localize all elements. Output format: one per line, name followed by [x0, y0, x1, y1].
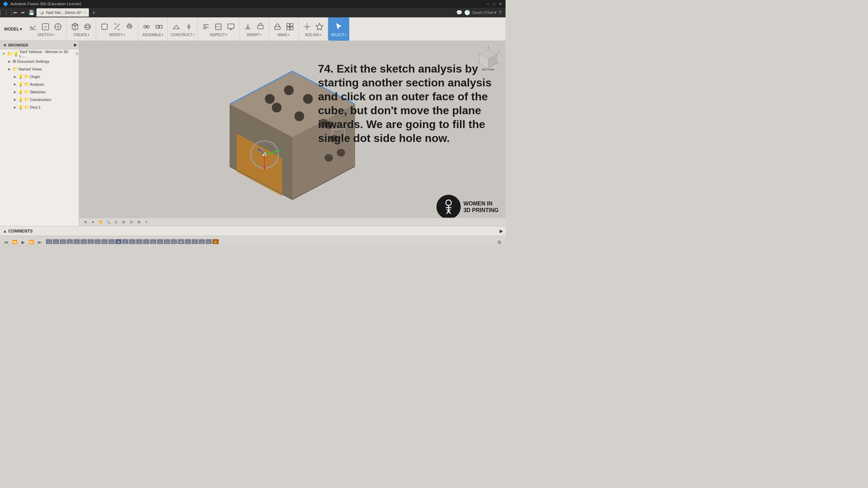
timeline-item-12[interactable]: △: [122, 239, 128, 244]
measure-icon[interactable]: [200, 21, 211, 32]
timeline-item-14[interactable]: □: [136, 239, 142, 244]
timeline-item-5[interactable]: □: [74, 239, 80, 244]
timeline-item-6[interactable]: □: [81, 239, 87, 244]
root-expand-icon[interactable]: ▼: [1, 51, 6, 56]
create-icon-2[interactable]: [82, 21, 93, 32]
tree-root-item[interactable]: ▼ 📁 💡 Yard Yahtzee - Women in 3D L... ⚙: [0, 50, 79, 58]
nav-icon-6[interactable]: ⊞: [120, 219, 127, 226]
timeline-play-button[interactable]: ▶: [19, 239, 26, 244]
active-tab[interactable]: 🎲 Yard Yah....Demo v5* ✕: [36, 8, 89, 17]
comments-expand-button[interactable]: ▶: [500, 229, 503, 234]
project-icon[interactable]: [52, 21, 64, 32]
section-icon[interactable]: [213, 21, 224, 32]
box-icon[interactable]: [69, 21, 81, 32]
timeline-item-7[interactable]: △: [87, 239, 94, 244]
nav-icon-9[interactable]: ≡: [143, 219, 150, 226]
timeline-item-1[interactable]: □: [46, 239, 52, 244]
nav-icon-2[interactable]: ●: [90, 219, 97, 226]
insert-icon[interactable]: [242, 21, 253, 32]
nav-icon-1[interactable]: ⊕: [82, 219, 89, 226]
modify-icon-3[interactable]: [124, 21, 135, 32]
tree-item-origin[interactable]: ▶ 💡 📁 Origin: [0, 73, 79, 81]
select-icon[interactable]: [333, 21, 344, 32]
close-button[interactable]: ✕: [498, 1, 503, 6]
history-button[interactable]: 🕐: [464, 10, 470, 15]
timeline-item-18[interactable]: □: [164, 239, 170, 244]
timeline-item-8[interactable]: □: [94, 239, 101, 244]
tree-item-named-views[interactable]: ▶ 📁 Named Views: [0, 65, 79, 73]
doc-settings-expand-icon[interactable]: ▶: [7, 59, 12, 64]
timeline-item-10[interactable]: □: [108, 239, 115, 244]
tree-item-sketches[interactable]: ▶ 💡 📁 Sketches: [0, 88, 79, 96]
assemble-icon-2[interactable]: [153, 21, 165, 32]
timeline-item-4[interactable]: △: [67, 239, 73, 244]
new-tab-button[interactable]: ＋: [91, 9, 97, 16]
timeline-item-16[interactable]: △: [150, 239, 156, 244]
joint-icon[interactable]: [141, 21, 152, 32]
browser-expand-button[interactable]: ▶: [74, 43, 77, 47]
make-label[interactable]: MAKE ▾: [278, 33, 290, 37]
notifications-button[interactable]: 💬: [456, 10, 462, 15]
plane-icon[interactable]: [171, 21, 182, 32]
timeline-settings-button[interactable]: ⚙: [496, 239, 503, 244]
timeline-item-9[interactable]: □: [101, 239, 108, 244]
timeline-item-22[interactable]: □: [192, 239, 198, 244]
timeline-start-button[interactable]: ⏮: [3, 239, 10, 244]
timeline-item-17[interactable]: □: [157, 239, 163, 244]
inspect-label[interactable]: INSPECT ▾: [210, 33, 227, 37]
timeline-item-25[interactable]: 🔶: [212, 239, 219, 244]
timeline-item-3[interactable]: □: [60, 239, 66, 244]
sketch-icon[interactable]: [27, 21, 39, 32]
tab-close-button[interactable]: ✕: [83, 11, 86, 15]
minimize-button[interactable]: ─: [485, 1, 490, 6]
sketch-label[interactable]: SKETCH ▾: [37, 33, 54, 37]
nav-icon-7[interactable]: ⊟: [128, 219, 135, 226]
timeline-item-11[interactable]: ⊕: [115, 239, 122, 244]
modify-icon-2[interactable]: [111, 21, 123, 32]
timeline-item-24[interactable]: □: [206, 239, 212, 244]
tree-item-analysis[interactable]: ▶ 💡 📁 Analysis: [0, 81, 79, 88]
model-dropdown[interactable]: MODEL ▾: [1, 17, 25, 41]
redo-button[interactable]: ➡: [19, 8, 26, 17]
addins-icon[interactable]: [301, 21, 312, 32]
nav-icon-8[interactable]: ⊠: [135, 219, 142, 226]
dice-expand-icon[interactable]: ▶: [12, 105, 17, 110]
named-views-expand-icon[interactable]: ▶: [7, 67, 12, 71]
timeline-item-23[interactable]: △: [199, 239, 205, 244]
timeline-item-21[interactable]: □: [185, 239, 191, 244]
title-bar-controls[interactable]: ─ □ ✕: [485, 1, 503, 6]
browser-collapse-button[interactable]: ◀: [2, 43, 7, 48]
tree-item-document-settings[interactable]: ▶ ⚙ Document Settings: [0, 58, 79, 65]
assemble-label[interactable]: ASSEMBLE ▾: [142, 33, 163, 37]
undo-button[interactable]: ⬅: [12, 8, 19, 17]
finish-sketch-icon[interactable]: [40, 21, 51, 32]
display-icon[interactable]: [225, 21, 236, 32]
origin-expand-icon[interactable]: ▶: [12, 74, 17, 79]
timeline-next-button[interactable]: ⏩: [28, 239, 35, 244]
construct-icon-2[interactable]: [183, 21, 194, 32]
app-menu-button[interactable]: ⋮⋮⋮: [1, 8, 11, 17]
viewport[interactable]: 74. Exit the sketch analysis by starting…: [79, 41, 506, 226]
insert-label[interactable]: INSERT ▾: [247, 33, 262, 37]
tree-item-dice[interactable]: ▶ 💡 📁 Dice:1: [0, 103, 79, 111]
analysis-expand-icon[interactable]: ▶: [12, 82, 17, 87]
create-label[interactable]: CREATE ▾: [73, 33, 89, 37]
timeline-prev-button[interactable]: ⏪: [11, 239, 18, 244]
fillet-icon[interactable]: [99, 21, 110, 32]
save-button[interactable]: 💾: [27, 8, 36, 17]
addins-icon-2[interactable]: [314, 21, 325, 32]
timeline-item-19[interactable]: □: [171, 239, 177, 244]
user-menu[interactable]: Sarah O'Sell ▾: [472, 10, 496, 15]
timeline-item-13[interactable]: □: [129, 239, 135, 244]
tree-item-construction[interactable]: ▶ 💡 📁 Construction: [0, 96, 79, 103]
select-label[interactable]: SELECT ▾: [331, 33, 347, 37]
construct-label[interactable]: CONSTRUCT ▾: [170, 33, 194, 37]
nav-icon-5[interactable]: ⊡: [112, 219, 119, 226]
timeline-item-2[interactable]: □: [53, 239, 59, 244]
maximize-button[interactable]: □: [492, 1, 496, 6]
construction-expand-icon[interactable]: ▶: [12, 97, 17, 102]
timeline-item-20[interactable]: ⊕: [178, 239, 184, 244]
nav-icon-4[interactable]: 🔍: [105, 219, 112, 226]
timeline-item-15[interactable]: □: [143, 239, 149, 244]
timeline-end-button[interactable]: ⏭: [36, 239, 43, 244]
